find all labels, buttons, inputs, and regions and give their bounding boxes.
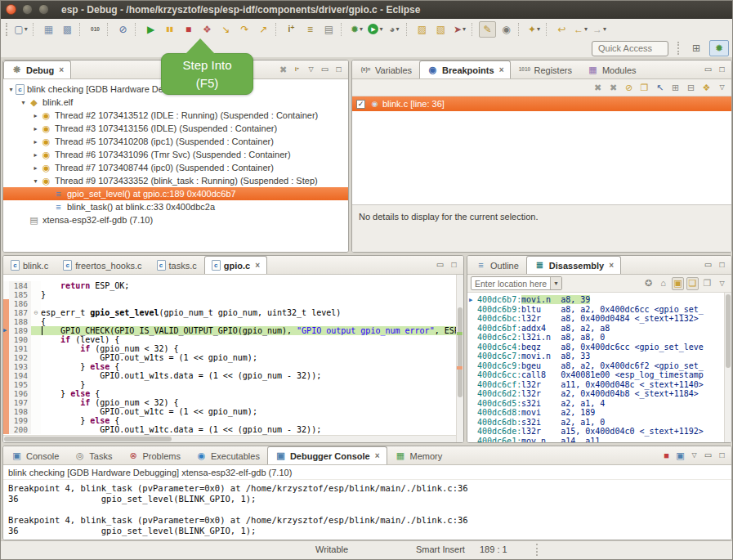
open-type-hierarchy-button[interactable]: ◉ (498, 21, 515, 38)
view-menu-icon[interactable]: ▽ (716, 83, 728, 92)
code-editor[interactable]: 184 return ESP_OK;185}186187⊖esp_err_t g… (3, 275, 463, 442)
tab-debug[interactable]: ❋Debug× (3, 60, 71, 78)
show-breakpoints-for-selection-icon[interactable]: ❐ (638, 83, 650, 92)
save-button[interactable]: ▦ (40, 21, 57, 38)
step-over-button[interactable]: ↷ (236, 21, 253, 38)
disassembly-scrollbar[interactable] (724, 293, 731, 442)
trace-control-button[interactable]: ▤ (320, 21, 337, 38)
tab-close-icon[interactable]: × (59, 65, 64, 74)
disassembly-line[interactable]: 400dc6d8:movi a2, 189 (467, 408, 731, 418)
disassembly-line[interactable]: 400dc6bf:addx4 a8, a2, a8 (467, 324, 731, 334)
open-element-dropdown[interactable]: ▾ (537, 25, 540, 33)
debug-tree-item[interactable]: ▸◉Thread #5 1073410208 (ipc1) (Suspended… (3, 135, 348, 148)
debug-tree-item[interactable]: ▤xtensa-esp32-elf-gdb (7.10) (3, 213, 348, 226)
debug-tree-item[interactable]: ▾◆blink.elf (3, 96, 348, 109)
editor-line[interactable]: 198 GPIO.out_w1tc = (1 << gpio_num); (3, 407, 463, 416)
editor-line[interactable]: 194 GPIO.out1_w1ts.data = (1 << (gpio_nu… (3, 371, 463, 380)
disassembly-line[interactable]: 400dc6e1:mov.n a14, a11 (467, 437, 731, 443)
expand-arrow-icon[interactable]: ▾ (31, 177, 40, 185)
disassembly-line[interactable]: 400dc6bc:l32r a8, 0x400d0484 <_stext+113… (467, 314, 731, 324)
new-wizard-dropdown[interactable]: ▾ (25, 25, 28, 33)
disassembly-line[interactable]: 400dc6c9:bgeu a8, a2, 0x400dc6f2 <gpio_s… (467, 361, 731, 371)
disassembly-line[interactable]: 400dc6d5:s32i a2, a1, 4 (467, 399, 731, 409)
terminate-button[interactable]: ■ (180, 21, 197, 38)
tab-modules[interactable]: ▦Modules (579, 60, 644, 78)
editor-line[interactable]: 197 if (gpio_num < 32) { (3, 398, 463, 407)
editor-line[interactable]: 200 GPIO.out1_w1tc.data = (1 << (gpio_nu… (3, 425, 463, 434)
resume-button[interactable]: ▶ (142, 21, 159, 38)
coverage-launch-dropdown[interactable]: ▾ (396, 25, 400, 33)
editor-line[interactable]: 191 if (gpio_num < 32) { (3, 344, 463, 353)
debug-launch-dropdown[interactable]: ▾ (360, 25, 363, 33)
window-minimize-button[interactable] (22, 4, 33, 15)
disassembly-line[interactable]: 400dc6cf:l32r a11, 0x400d048c <_stext+11… (467, 380, 731, 390)
disassembly-line[interactable]: 400dc6d2:l32r a2, 0x400d04b8 <_stext+118… (467, 389, 731, 399)
minimize-icon[interactable]: ▭ (702, 451, 714, 459)
tab-console[interactable]: ▣Console (3, 446, 66, 464)
tab-close-icon[interactable]: × (499, 65, 504, 74)
editor-line[interactable]: 188{ (3, 317, 463, 326)
run-launch-button[interactable]: ▶▾ (367, 21, 384, 38)
editor-line[interactable]: 193 } else { (3, 362, 463, 371)
tab-memory[interactable]: ▦Memory (387, 446, 450, 464)
show-debug-columns-button[interactable]: ≡ (302, 21, 319, 38)
open-element-button[interactable]: ✦▾ (525, 21, 543, 38)
pin-view-icon[interactable]: ✪ (642, 277, 655, 290)
expand-arrow-icon[interactable]: ▸ (31, 151, 40, 159)
show-source-icon[interactable]: ▣ (672, 277, 684, 290)
disassembly-line[interactable]: ▶400dc6b7:movi.n a8, 39 (467, 295, 731, 305)
editor-vertical-scrollbar[interactable] (456, 275, 463, 442)
maximize-icon[interactable]: □ (716, 451, 728, 459)
tab-outline[interactable]: ≡Outline (467, 256, 526, 274)
collapse-all-icon[interactable]: ⊟ (685, 83, 697, 92)
debug-tree-item[interactable]: ▸◉Thread #7 1073408744 (ipc0) (Suspended… (3, 161, 348, 174)
tab-breakpoints[interactable]: ◉Breakpoints× (419, 60, 511, 78)
maximize-icon[interactable]: □ (448, 261, 460, 269)
disassembly-line[interactable]: 400dc6cc:call8 0x40081e00 <esp_log_times… (467, 370, 731, 380)
remove-breakpoint-icon[interactable]: ✖ (592, 83, 604, 92)
editor-line[interactable]: 196 } else { (3, 389, 463, 398)
expand-arrow-icon[interactable]: ▾ (7, 86, 16, 93)
editor-line[interactable]: 195 } (3, 380, 463, 389)
debug-tree-item[interactable]: ▸◉Thread #6 1073431096 (Tmr Svc) (Suspen… (3, 148, 348, 161)
maximize-icon[interactable]: □ (333, 65, 345, 74)
minimize-icon[interactable]: ▭ (702, 65, 714, 74)
editor-line[interactable]: 184 return ESP_OK; (3, 281, 463, 290)
quick-access-input[interactable]: Quick Access (592, 41, 668, 56)
remove-all-terminated-icon[interactable]: ✖ (277, 65, 289, 74)
tab-disassembly[interactable]: ≣Disassembly× (526, 256, 621, 274)
editor-line[interactable]: 186 (3, 299, 463, 308)
display-selected-console-icon[interactable]: ▣ (674, 451, 686, 460)
new-wizard-button[interactable]: ▢▾ (12, 21, 29, 38)
editor-line[interactable]: 187⊖esp_err_t gpio_set_level(gpio_num_t … (3, 308, 463, 317)
coverage-launch-button[interactable]: ◕▾ (386, 21, 403, 38)
open-perspective-button[interactable]: ⊞ (686, 40, 706, 56)
home-location-icon[interactable]: ⌂ (657, 277, 669, 290)
debug-tree-item[interactable]: ▸◉Thread #3 1073413156 (IDLE) (Suspended… (3, 122, 348, 135)
forward-history-dropdown[interactable]: ▾ (603, 25, 606, 33)
debug-tree-item[interactable]: ▸◉Thread #2 1073413512 (IDLE : Running) … (3, 109, 348, 122)
last-edit-location-button[interactable]: ↩ (553, 21, 570, 38)
forward-history-button[interactable]: →▾ (591, 21, 608, 38)
disassembly-line[interactable]: 400dc6c2:l32i.n a8, a8, 0 (467, 333, 731, 343)
tab-gpio-c[interactable]: cgpio.c× (204, 256, 267, 274)
tab-close-icon[interactable]: × (375, 451, 380, 460)
skip-all-breakpoints-global-button[interactable]: ⊘ (114, 21, 132, 38)
editor-line[interactable]: 185} (3, 290, 463, 299)
instruction-stepping-mode-icon[interactable]: i⁺ (291, 67, 303, 73)
disconnect-button[interactable]: ❖ (199, 21, 216, 38)
window-maximize-button[interactable] (38, 4, 49, 15)
minimize-icon[interactable]: ▭ (702, 261, 714, 269)
back-history-button[interactable]: ←▾ (572, 21, 589, 38)
skip-all-breakpoints-icon[interactable]: ⊘ (623, 83, 635, 92)
maximize-icon[interactable]: □ (716, 65, 728, 74)
tab-problems[interactable]: ⊗Problems (119, 446, 187, 464)
editor-line[interactable]: 190 if (level) { (3, 335, 463, 344)
fold-collapse-icon[interactable]: ⊖ (31, 308, 41, 317)
disassembly-line[interactable]: 400dc6c7:movi.n a8, 33 (467, 352, 731, 361)
tab-freertos-hooks-c[interactable]: cfreertos_hooks.c (56, 256, 149, 274)
disassembly-listing[interactable]: ▶400dc6b7:movi.n a8, 39400dc6b9:bltu a8,… (467, 293, 731, 442)
expand-arrow-icon[interactable]: ▸ (31, 138, 40, 146)
window-close-button[interactable] (6, 4, 16, 15)
tab-variables[interactable]: (x)=Variables (352, 60, 419, 78)
